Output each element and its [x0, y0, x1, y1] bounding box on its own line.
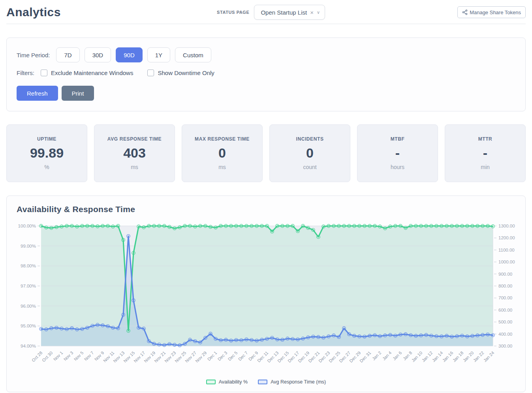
- svg-text:100.00%: 100.00%: [18, 224, 36, 228]
- stat-card-mttr: MTTR - min: [445, 124, 526, 182]
- checkbox-icon[interactable]: [41, 70, 47, 76]
- svg-text:96.00%: 96.00%: [21, 304, 36, 308]
- time-period-group: 7D 30D 90D 1Y Custom: [56, 47, 211, 62]
- availability-legend-swatch: [206, 380, 216, 384]
- page-title: Analytics: [6, 6, 61, 19]
- legend-label: Avg Response Time (ms): [271, 379, 326, 385]
- svg-text:Jan 20: Jan 20: [462, 350, 475, 363]
- checkbox-icon[interactable]: [147, 70, 154, 76]
- filter-panel: Time Period: 7D 30D 90D 1Y Custom Filter…: [6, 38, 526, 111]
- svg-text:Jan 4: Jan 4: [382, 350, 393, 361]
- svg-text:400.00: 400.00: [498, 332, 512, 337]
- stat-label: MTTR: [478, 136, 493, 142]
- time-period-row: Time Period: 7D 30D 90D 1Y Custom: [17, 47, 515, 62]
- svg-text:Jan 18: Jan 18: [452, 350, 464, 363]
- stat-label: UPTIME: [37, 136, 56, 142]
- svg-text:900.00: 900.00: [498, 272, 512, 276]
- chart-title: Availability & Response Time: [17, 205, 515, 214]
- print-button[interactable]: Print: [62, 86, 94, 101]
- svg-text:300.00: 300.00: [498, 344, 512, 348]
- response-time-legend-swatch: [258, 380, 267, 384]
- stat-card-max-response: MAX RESPONSE TIME 0 ms: [182, 124, 263, 182]
- svg-text:Dec 5: Dec 5: [227, 350, 239, 362]
- svg-text:Jan 10: Jan 10: [411, 350, 423, 363]
- svg-text:95.00%: 95.00%: [21, 323, 36, 328]
- svg-text:1200.00: 1200.00: [498, 235, 515, 240]
- show-downtime-checkbox[interactable]: Show Downtime Only: [147, 70, 214, 76]
- stat-card-uptime: UPTIME 99.89 %: [6, 124, 87, 182]
- exclude-maintenance-checkbox[interactable]: Exclude Maintenance Windows: [41, 70, 133, 76]
- status-page-selected-value: Open Startup List: [261, 9, 307, 16]
- stat-card-incidents: INCIDENTS 0 count: [269, 124, 350, 182]
- status-page-select[interactable]: Open Startup List × ∨: [254, 5, 325, 20]
- stat-unit: count: [303, 164, 316, 170]
- period-button-7d[interactable]: 7D: [56, 47, 79, 62]
- period-button-custom[interactable]: Custom: [175, 47, 211, 62]
- legend-item-availability[interactable]: Availability %: [206, 379, 248, 385]
- svg-text:700.00: 700.00: [498, 295, 512, 300]
- period-button-30d[interactable]: 30D: [85, 47, 111, 62]
- manage-share-tokens-label: Manage Share Tokens: [470, 9, 521, 15]
- svg-text:Jan 16: Jan 16: [442, 350, 454, 363]
- stat-value: -: [483, 145, 487, 161]
- stats-row: UPTIME 99.89 % AVG RESPONSE TIME 403 ms …: [6, 124, 526, 182]
- svg-text:Nov 1: Nov 1: [53, 350, 64, 362]
- stat-value: 0: [306, 145, 314, 161]
- status-page-label: STATUS PAGE: [217, 10, 249, 15]
- svg-text:1300.00: 1300.00: [498, 224, 515, 228]
- svg-text:1000.00: 1000.00: [498, 259, 515, 264]
- action-row: Refresh Print: [17, 86, 515, 101]
- svg-text:600.00: 600.00: [498, 308, 512, 312]
- stat-unit: %: [44, 164, 49, 170]
- period-button-1y[interactable]: 1Y: [147, 47, 170, 62]
- availability-response-chart: 100.00%99.00%98.00%97.00%96.00%95.00%94.…: [17, 220, 515, 378]
- chevron-down-icon: ∨: [317, 10, 320, 15]
- filters-label: Filters:: [17, 70, 34, 76]
- svg-text:Jan 22: Jan 22: [472, 350, 485, 363]
- refresh-button[interactable]: Refresh: [17, 86, 58, 101]
- stat-label: INCIDENTS: [296, 136, 323, 142]
- show-downtime-label: Show Downtime Only: [158, 70, 214, 76]
- stat-unit: ms: [131, 164, 138, 170]
- svg-text:Jan 6: Jan 6: [392, 350, 403, 361]
- stat-card-avg-response: AVG RESPONSE TIME 403 ms: [94, 124, 175, 182]
- svg-text:Nov 5: Nov 5: [73, 350, 85, 362]
- svg-text:Jan 12: Jan 12: [421, 350, 434, 363]
- svg-text:Dec 7: Dec 7: [237, 350, 249, 362]
- svg-text:Oct 28: Oct 28: [31, 350, 43, 363]
- share-icon: [462, 9, 468, 15]
- svg-text:Jan 14: Jan 14: [431, 350, 444, 363]
- exclude-maintenance-label: Exclude Maintenance Windows: [51, 70, 133, 76]
- stat-unit: ms: [218, 164, 226, 170]
- manage-share-tokens-button[interactable]: Manage Share Tokens: [457, 6, 526, 18]
- filters-row: Filters: Exclude Maintenance Windows Sho…: [17, 70, 515, 76]
- stat-value: 0: [218, 145, 226, 161]
- svg-text:500.00: 500.00: [498, 320, 512, 324]
- stat-label: MAX RESPONSE TIME: [195, 136, 250, 142]
- svg-text:Dec 3: Dec 3: [217, 350, 228, 362]
- svg-text:800.00: 800.00: [498, 284, 512, 288]
- stat-card-mtbf: MTBF - hours: [357, 124, 438, 182]
- chart-legend: Availability % Avg Response Time (ms): [17, 379, 515, 385]
- svg-text:98.00%: 98.00%: [21, 263, 36, 268]
- svg-text:Dec 31: Dec 31: [359, 350, 372, 363]
- svg-text:Nov 7: Nov 7: [83, 350, 95, 362]
- clear-selection-icon[interactable]: ×: [310, 9, 314, 15]
- chart-panel: Availability & Response Time 100.00%99.0…: [6, 196, 526, 392]
- status-page-picker: STATUS PAGE Open Startup List × ∨: [193, 5, 325, 20]
- svg-text:Nov 29: Nov 29: [194, 350, 207, 363]
- stat-label: MTBF: [391, 136, 405, 142]
- stat-value: 403: [123, 145, 146, 161]
- svg-text:Jan 24: Jan 24: [483, 350, 495, 363]
- svg-text:Oct 30: Oct 30: [41, 350, 53, 363]
- period-button-90d[interactable]: 90D: [116, 47, 143, 62]
- legend-item-response-time[interactable]: Avg Response Time (ms): [258, 379, 326, 385]
- header-divider: [6, 24, 526, 24]
- legend-label: Availability %: [219, 379, 248, 385]
- svg-text:97.00%: 97.00%: [21, 284, 36, 288]
- header: Analytics STATUS PAGE Open Startup List …: [6, 0, 526, 21]
- svg-text:Dec 1: Dec 1: [207, 350, 218, 362]
- stat-unit: hours: [391, 164, 404, 170]
- stat-unit: min: [481, 164, 490, 170]
- stat-label: AVG RESPONSE TIME: [107, 136, 162, 142]
